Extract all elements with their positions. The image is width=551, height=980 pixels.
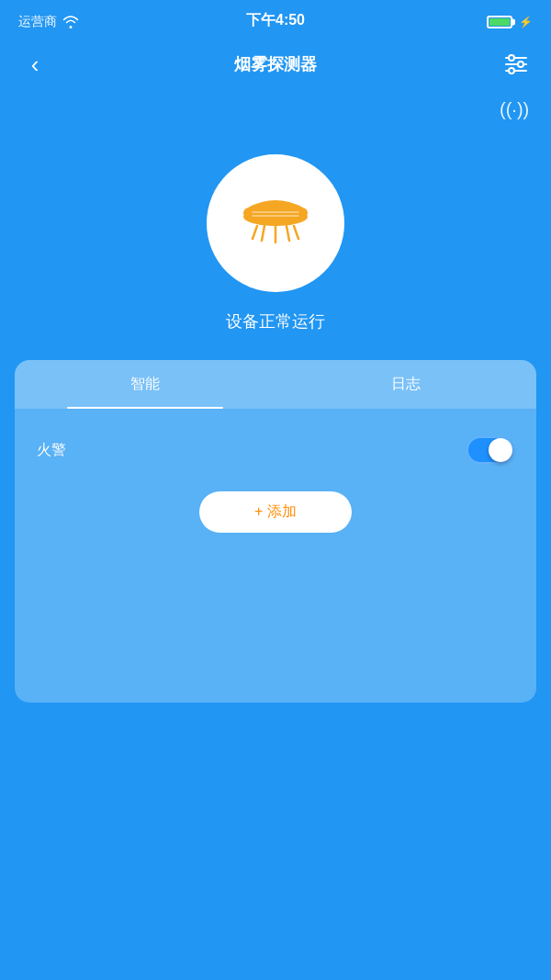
back-button[interactable]: ‹: [18, 48, 51, 81]
status-time: 下午4:50: [246, 11, 305, 30]
content-card: 智能 日志 火警 + 添加: [15, 360, 536, 703]
svg-line-9: [253, 226, 257, 239]
svg-text:((·)): ((·)): [500, 99, 529, 119]
toggle-knob: [489, 438, 512, 462]
svg-point-4: [518, 62, 523, 67]
battery-icon: [487, 16, 512, 28]
tab-bar: 智能 日志: [15, 360, 536, 409]
fire-alarm-toggle[interactable]: [467, 436, 514, 464]
tab-log[interactable]: 日志: [276, 360, 536, 409]
status-bar: 运营商 下午4:50 ⚡: [0, 0, 551, 40]
svg-point-5: [509, 68, 514, 73]
nav-bar: ‹ 烟雾探测器: [0, 40, 551, 96]
smoke-detector-icon: [234, 191, 317, 255]
settings-button[interactable]: [500, 48, 533, 81]
device-circle: [207, 154, 344, 292]
alarm-row: 火警: [37, 427, 514, 473]
wifi-icon: [62, 16, 79, 28]
status-left: 运营商: [18, 14, 79, 30]
svg-line-13: [294, 226, 298, 239]
svg-rect-8: [243, 208, 308, 219]
tab-content-smart: 火警 + 添加: [15, 409, 536, 703]
signal-icon: ((·)): [498, 96, 533, 127]
signal-area: ((·)): [0, 96, 551, 136]
tab-smart[interactable]: 智能: [15, 360, 276, 409]
svg-line-10: [262, 226, 264, 241]
svg-point-3: [509, 55, 514, 61]
svg-line-12: [287, 226, 289, 241]
carrier-label: 运营商: [18, 14, 57, 30]
add-button[interactable]: + 添加: [199, 491, 352, 533]
bolt-icon: ⚡: [519, 16, 533, 28]
device-status: 设备正常运行: [226, 310, 325, 332]
add-btn-container: + 添加: [37, 491, 514, 533]
device-area: 设备正常运行: [0, 136, 551, 360]
alarm-label: 火警: [37, 441, 66, 460]
status-right: ⚡: [487, 16, 533, 28]
page-title: 烟雾探测器: [234, 53, 317, 75]
